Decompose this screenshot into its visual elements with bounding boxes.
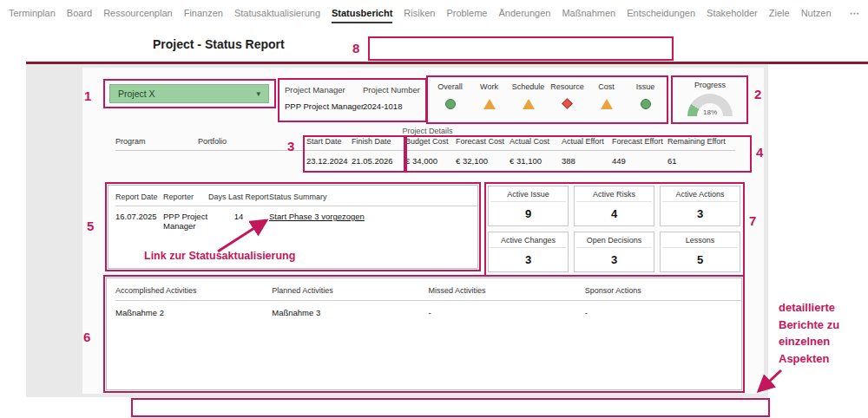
accomplished-activities-value: Maßnahme 2	[115, 301, 272, 317]
column-value: € 32,100	[456, 151, 510, 166]
column-value: 21.05.2026	[352, 151, 405, 166]
nav-more-icon[interactable]: ⋯	[850, 8, 859, 19]
annotation-number-4: 4	[756, 145, 763, 160]
details-column-forecast-cost: Forecast Cost € 32,100	[456, 137, 510, 166]
details-column-remaining-effort: Remaining Effort 61	[667, 137, 735, 166]
activities-header-row: Accomplished Activities Planned Activiti…	[107, 278, 741, 301]
annotation-number-1: 1	[84, 88, 91, 103]
nav-item-massnahmen[interactable]: Maßnahmen	[562, 8, 615, 18]
nav-item-entscheidungen[interactable]: Entscheidungen	[627, 8, 695, 18]
project-number-value: 2024-1018	[363, 101, 402, 111]
column-value: 388	[562, 151, 612, 166]
nav-item-nutzen[interactable]: Nutzen	[801, 8, 832, 18]
kpi-grid: Active Issue 9 Active Risks 4 Active Act…	[488, 186, 740, 272]
details-column-actual-effort: Actual Effort 388	[562, 137, 612, 166]
kpi-label: Active Changes	[490, 236, 566, 248]
annotation-number-8: 8	[352, 41, 359, 56]
column-header: Actual Effort	[562, 137, 612, 151]
status-label: Overall	[431, 82, 470, 91]
project-manager-label: Project Manager	[285, 85, 345, 95]
annotation-link-note: Link zur Statusaktualisierung	[144, 250, 295, 262]
details-column-start-date: Start Date 23.12.2024	[306, 137, 352, 166]
amber-triangle-status-icon	[523, 99, 535, 109]
column-header: Forecast Effort	[612, 137, 667, 151]
nav-item-terminplan[interactable]: Terminplan	[9, 8, 56, 18]
project-details-title: Project Details	[108, 127, 746, 135]
status-label: Resource	[548, 82, 587, 91]
accomplished-activities-header: Accomplished Activities	[115, 278, 272, 301]
nav-item-aenderungen[interactable]: Änderungen	[498, 8, 550, 18]
kpi-open-decisions: Open Decisions 3	[574, 232, 654, 272]
details-column-budget-cost: Budget Cost € 34,000	[405, 137, 456, 166]
column-header: Finish Date	[352, 137, 405, 151]
status-label: Cost	[587, 82, 626, 91]
kpi-label: Active Risks	[576, 190, 652, 202]
missed-activities-value: -	[429, 301, 585, 317]
column-header: Start Date	[306, 137, 352, 151]
nav-item-stakeholder[interactable]: Stakeholder	[707, 8, 758, 18]
project-select-dropdown[interactable]: Project X ▾	[109, 84, 269, 103]
green-circle-status-icon	[445, 99, 456, 109]
details-column-finish-date: Finish Date 21.05.2026	[352, 137, 405, 166]
status-report-page: Terminplan Board Ressourcenplan Finanzen…	[0, 0, 868, 418]
green-circle-status-icon	[641, 99, 651, 109]
annotation-number-5: 5	[87, 219, 94, 233]
sponsor-actions-value: -	[585, 301, 741, 317]
nav-item-board[interactable]: Board	[67, 8, 92, 18]
kpi-active-changes: Active Changes 3	[488, 232, 569, 272]
column-header: Actual Cost	[510, 137, 562, 151]
report-summary-value-row: 16.07.2025 PPP Project Manager 14 Start …	[108, 206, 477, 231]
chevron-down-icon: ▾	[256, 89, 260, 98]
reporter-value: PPP Project Manager	[163, 206, 208, 231]
status-summary-cell: Start Phase 3 vorgezogen	[269, 206, 477, 231]
nav-item-ressourcenplan[interactable]: Ressourcenplan	[103, 8, 173, 18]
column-value: € 34,000	[405, 151, 456, 166]
kpi-value: 3	[489, 253, 568, 266]
report-date-header: Report Date	[115, 186, 163, 206]
project-select-value: Project X	[118, 88, 155, 99]
amber-triangle-status-icon	[601, 99, 613, 109]
details-column-program: Program	[115, 137, 198, 166]
status-label: Schedule	[509, 82, 548, 91]
nav-item-ziele[interactable]: Ziele	[769, 8, 790, 18]
kpi-label: Active Actions	[662, 190, 738, 202]
kpi-active-actions: Active Actions 3	[660, 186, 740, 226]
kpi-label: Open Decisions	[576, 236, 652, 248]
missed-activities-header: Missed Activities	[429, 278, 585, 301]
status-label: Issue	[626, 82, 665, 91]
column-value: 61	[667, 151, 735, 166]
planned-activities-header: Planned Activities	[272, 278, 428, 301]
nav-item-risiken[interactable]: Risiken	[404, 8, 435, 18]
planned-activities-value: Maßnahme 3	[272, 301, 428, 317]
status-summary-link[interactable]: Start Phase 3 vorgezogen	[269, 212, 365, 221]
progress-widget: Progress 18%	[672, 81, 748, 116]
nav-item-statusbericht[interactable]: Statusbericht	[332, 8, 392, 18]
activities-value-row: Maßnahme 2 Maßnahme 3 - -	[107, 301, 741, 317]
annotation-number-6: 6	[83, 330, 90, 344]
annotation-number-2: 2	[754, 87, 761, 101]
kpi-label: Lessons	[662, 236, 738, 248]
column-value: 23.12.2024	[306, 151, 352, 166]
nav-item-probleme[interactable]: Probleme	[446, 8, 487, 18]
project-details-table: Program Portfolio Start Date 23.12.2024 …	[108, 137, 740, 166]
bottom-tab-bar: Status Report Timeline Financials Effort…	[0, 397, 868, 418]
status-label: Work	[470, 82, 509, 91]
details-column-actual-cost: Actual Cost € 31,100	[510, 137, 562, 166]
activities-table: Accomplished Activities Planned Activiti…	[106, 278, 742, 390]
amber-triangle-status-icon	[483, 99, 496, 109]
sponsor-actions-header: Sponsor Actions	[585, 278, 741, 301]
page-title: Project - Status Report	[153, 37, 285, 51]
status-indicator-strip: Overall Work Schedule Resource Cost Issu…	[431, 82, 665, 111]
nav-item-finanzen[interactable]: Finanzen	[184, 8, 223, 18]
nav-item-statusaktualisierung[interactable]: Statusaktualisierung	[234, 8, 320, 18]
column-value: € 31,100	[510, 151, 562, 166]
report-summary-header-row: Report Date Reporter Days Last Report St…	[108, 186, 477, 206]
top-navigation: Terminplan Board Ressourcenplan Finanzen…	[0, 0, 868, 26]
kpi-value: 3	[661, 207, 740, 220]
status-indicator-resource: Resource	[548, 82, 587, 111]
project-number-label: Project Number	[363, 85, 420, 95]
status-summary-header: Status Summary	[269, 186, 477, 206]
kpi-active-issue: Active Issue 9	[488, 186, 569, 226]
status-indicator-overall: Overall	[431, 82, 470, 111]
details-column-forecast-effort: Forecast Effort 449	[612, 137, 667, 166]
